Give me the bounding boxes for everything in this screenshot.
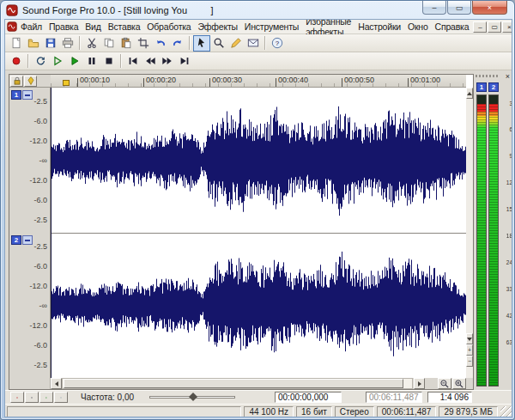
channel-1-waveform[interactable] xyxy=(51,88,466,233)
paste-button[interactable] xyxy=(118,35,135,52)
scrub-button-small[interactable] xyxy=(54,392,68,403)
toolbar-separator xyxy=(189,36,191,50)
title-bar[interactable]: Sound Forge Pro 10.0 - [Still loving You… xyxy=(1,1,514,19)
go-to-start-button[interactable] xyxy=(124,53,142,70)
cut-button[interactable] xyxy=(83,35,100,52)
go-end-icon xyxy=(179,55,191,67)
paste-icon xyxy=(120,37,132,49)
selection-length-display[interactable]: 00:06:11,487 xyxy=(366,392,422,403)
menu-7[interactable]: Инструменты xyxy=(241,21,302,33)
ruler-corner xyxy=(9,75,51,88)
help-icon: ? xyxy=(271,37,283,49)
record-button-small[interactable] xyxy=(10,392,24,403)
menu-10[interactable]: Окно xyxy=(404,21,432,33)
toolbar-separator xyxy=(120,54,122,68)
ruler-tick xyxy=(143,78,144,87)
play-icon xyxy=(69,55,81,67)
pencil-tool-button[interactable] xyxy=(227,35,245,52)
edit-tool-button[interactable] xyxy=(193,35,210,52)
zoom-out-button[interactable] xyxy=(438,378,451,389)
ruler-tick xyxy=(342,78,342,87)
mdi-minimize-button[interactable]: – xyxy=(473,21,487,33)
marker-tool-button[interactable] xyxy=(24,76,37,87)
record-button[interactable] xyxy=(8,53,25,70)
channel-separator[interactable] xyxy=(51,233,466,234)
menu-9[interactable]: Настройки xyxy=(354,21,404,33)
scroll-down-button[interactable] xyxy=(466,333,473,344)
menu-4[interactable]: Вставка xyxy=(105,21,144,33)
cursor-marker[interactable] xyxy=(63,80,70,86)
help-button[interactable]: ? xyxy=(269,35,286,52)
cursor-position-display[interactable]: 00:00:00,000 xyxy=(275,392,342,403)
menu-11[interactable]: Справка xyxy=(432,21,473,33)
mdi-restore-button[interactable]: ▭ xyxy=(488,21,501,33)
loop-playback-button[interactable] xyxy=(32,53,49,70)
undo-button[interactable] xyxy=(152,35,169,52)
zoom-in-button[interactable] xyxy=(452,378,466,389)
status-bar: 44 100 Hz 16 бит Стерео 00:06:11,487 29 … xyxy=(5,404,512,417)
menu-6[interactable]: Эффекты xyxy=(195,21,241,33)
meters-close-button[interactable]: × xyxy=(503,72,512,81)
status-channel-mode: Стерео xyxy=(335,406,374,417)
ruler-tick xyxy=(408,78,409,87)
app-icon xyxy=(6,4,18,16)
scrollbar-track[interactable] xyxy=(62,378,413,389)
copy-button[interactable] xyxy=(100,35,118,52)
zoom-in-vertical-button[interactable]: + xyxy=(466,344,473,356)
maximize-button[interactable]: ▭ xyxy=(447,1,471,15)
forward-button[interactable] xyxy=(159,53,176,70)
new-file-button[interactable] xyxy=(8,35,25,52)
play-all-button[interactable] xyxy=(49,53,66,70)
document-icon[interactable] xyxy=(7,21,17,32)
printer-icon xyxy=(62,37,74,49)
rewind-button[interactable] xyxy=(142,53,159,70)
redo-icon xyxy=(172,37,184,49)
pause-button[interactable] xyxy=(83,53,100,70)
scrollbar-thumb[interactable] xyxy=(64,379,403,388)
meter-scale-label: 15 xyxy=(503,207,512,213)
play-button[interactable] xyxy=(66,53,83,70)
scroll-left-button[interactable] xyxy=(51,378,62,389)
save-button[interactable] xyxy=(42,35,59,52)
transport-toolbar xyxy=(5,52,512,70)
trim-crop-button[interactable] xyxy=(135,35,152,52)
mdi-close-button[interactable]: × xyxy=(502,21,512,33)
redo-button[interactable] xyxy=(169,35,186,52)
channel-2-waveform[interactable] xyxy=(51,233,466,378)
toolbar-separator xyxy=(27,54,29,68)
play-icon xyxy=(45,393,47,402)
scroll-up-button[interactable] xyxy=(466,88,473,99)
stop-icon xyxy=(31,393,33,402)
menu-1[interactable]: Файл xyxy=(17,21,45,33)
magnify-tool-button[interactable] xyxy=(210,35,227,52)
close-button[interactable]: × xyxy=(472,1,507,15)
meter-channel-1-label: 1 xyxy=(476,82,487,92)
zoom-out-vertical-button[interactable]: − xyxy=(466,356,473,367)
envelope-tool-button[interactable] xyxy=(245,35,262,52)
loop-icon xyxy=(34,55,46,67)
horizontal-scrollbar[interactable] xyxy=(9,378,473,389)
svg-text:?: ? xyxy=(276,40,280,47)
resize-grip[interactable] xyxy=(500,406,512,417)
menu-2[interactable]: Правка xyxy=(45,21,82,33)
vertical-scrollbar[interactable]: + − xyxy=(466,88,473,378)
playback-rate-slider[interactable] xyxy=(149,396,235,399)
scroll-right-button[interactable] xyxy=(414,378,425,389)
go-to-end-button[interactable] xyxy=(176,53,193,70)
zoom-ratio-display[interactable]: 1:4 096 xyxy=(427,392,472,403)
print-button[interactable] xyxy=(59,35,76,52)
stop-button[interactable] xyxy=(100,53,118,70)
dock-grip[interactable] xyxy=(476,75,500,77)
rate-slider-handle[interactable] xyxy=(185,393,202,401)
db-scale-label: -∞ xyxy=(9,301,47,310)
time-ruler[interactable]: 00:00:1000:00:2000:00:3000:00:4000:00:50… xyxy=(51,75,466,88)
lock-markers-button[interactable] xyxy=(10,76,23,87)
menu-5[interactable]: Обработка xyxy=(143,21,194,33)
play-button-small[interactable] xyxy=(39,392,53,403)
minimize-button[interactable]: – xyxy=(422,1,446,15)
menu-3[interactable]: Вид xyxy=(82,21,104,33)
stop-button-small[interactable] xyxy=(25,392,39,403)
meter-scale-label: 18 xyxy=(503,234,512,240)
window-controls: –▭× xyxy=(421,1,507,15)
open-file-button[interactable] xyxy=(25,35,42,52)
